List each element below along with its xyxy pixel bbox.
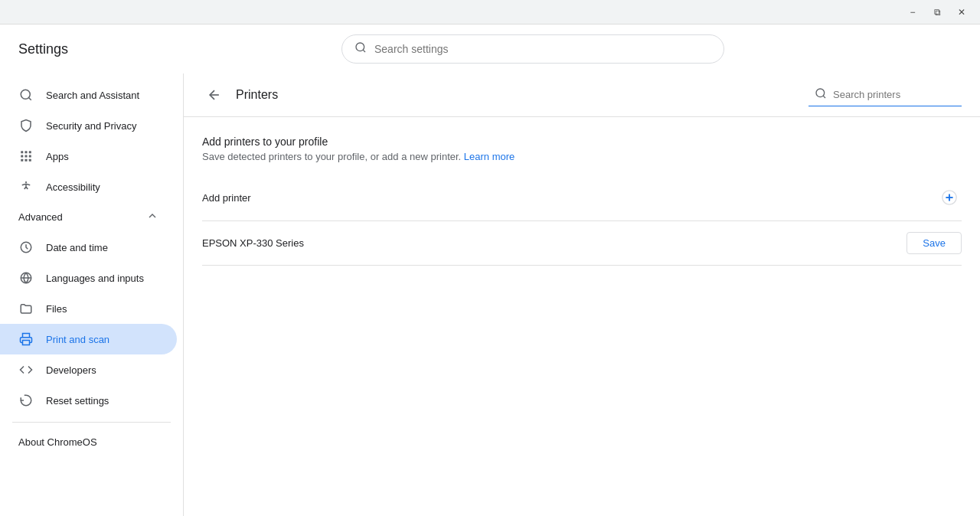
add-printers-section: Add printers to your profile Save detect… xyxy=(184,117,980,175)
sidebar-label-accessibility: Accessibility xyxy=(46,181,100,193)
sidebar-divider xyxy=(12,422,171,423)
printers-title: Printers xyxy=(236,88,278,102)
printers-search-icon xyxy=(815,87,827,103)
printer-row-0: EPSON XP-330 Series Save xyxy=(202,221,962,266)
advanced-section-header[interactable]: Advanced xyxy=(0,202,177,232)
sidebar-label-developers: Developers xyxy=(46,364,96,376)
svg-rect-10 xyxy=(21,159,23,162)
minimize-button[interactable]: − xyxy=(900,0,925,24)
sidebar-label-apps: Apps xyxy=(46,151,69,162)
code-icon xyxy=(18,362,34,377)
chevron-up-icon xyxy=(146,210,158,224)
svg-line-1 xyxy=(363,50,365,52)
globe-icon xyxy=(18,270,34,286)
printer-icon xyxy=(18,331,34,347)
svg-point-19 xyxy=(816,89,825,97)
svg-rect-17 xyxy=(23,341,30,345)
sidebar-item-languages[interactable]: Languages and inputs xyxy=(0,263,177,293)
add-printers-subtitle: Save detected printers to your profile, … xyxy=(202,151,962,162)
sidebar-label-languages: Languages and inputs xyxy=(46,273,144,284)
security-icon xyxy=(18,118,34,133)
svg-rect-4 xyxy=(21,151,23,153)
sidebar-item-reset[interactable]: Reset settings xyxy=(0,385,177,416)
sidebar-item-files[interactable]: Files xyxy=(0,293,177,324)
apps-icon xyxy=(18,149,34,164)
svg-rect-12 xyxy=(29,159,31,162)
printers-header: Printers xyxy=(184,73,980,117)
add-printer-label: Add printer xyxy=(202,192,251,204)
sidebar: Search and Assistant Security and Privac… xyxy=(0,73,184,516)
settings-search-bar[interactable] xyxy=(341,34,724,64)
sidebar-item-accessibility[interactable]: Accessibility xyxy=(0,171,177,202)
svg-line-20 xyxy=(823,96,825,98)
advanced-label: Advanced xyxy=(18,211,63,223)
svg-rect-7 xyxy=(21,155,23,158)
clock-icon xyxy=(18,240,34,255)
app-container: Settings Search and Assistant xyxy=(0,24,980,516)
svg-rect-8 xyxy=(25,155,28,158)
sidebar-label-date-time: Date and time xyxy=(46,242,108,253)
add-printer-row: Add printer xyxy=(202,175,962,221)
main-content: Printers Add printers to your profile Sa… xyxy=(184,73,980,516)
svg-rect-9 xyxy=(29,155,31,158)
svg-point-2 xyxy=(21,90,30,99)
sidebar-item-security[interactable]: Security and Privacy xyxy=(0,110,177,141)
printers-search-bar[interactable] xyxy=(808,84,962,106)
titlebar: − ⧉ ✕ xyxy=(0,0,980,24)
reset-icon xyxy=(18,393,34,408)
sidebar-item-print-scan[interactable]: Print and scan xyxy=(0,324,177,354)
add-printer-button[interactable] xyxy=(937,185,962,210)
search-input[interactable] xyxy=(374,43,711,55)
save-printer-button-0[interactable]: Save xyxy=(906,232,962,254)
svg-line-3 xyxy=(28,97,31,100)
printer-list: Add printer EPSON XP-330 Series Save xyxy=(184,175,980,266)
sidebar-label-search-assistant: Search and Assistant xyxy=(46,90,139,101)
close-button[interactable]: ✕ xyxy=(949,0,974,24)
folder-icon xyxy=(18,301,34,316)
svg-rect-6 xyxy=(29,151,31,153)
header: Settings xyxy=(0,24,980,73)
accessibility-icon xyxy=(18,179,34,194)
sidebar-label-security: Security and Privacy xyxy=(46,120,137,132)
svg-point-0 xyxy=(356,43,364,51)
sidebar-label-print-scan: Print and scan xyxy=(46,334,109,345)
printers-search-input[interactable] xyxy=(833,89,956,100)
svg-rect-5 xyxy=(25,151,28,153)
sidebar-item-date-time[interactable]: Date and time xyxy=(0,232,177,263)
sidebar-label-files: Files xyxy=(46,303,67,315)
sidebar-label-reset: Reset settings xyxy=(46,395,109,407)
search-icon xyxy=(354,41,367,57)
learn-more-link[interactable]: Learn more xyxy=(464,151,514,162)
add-printers-title: Add printers to your profile xyxy=(202,136,962,148)
svg-rect-11 xyxy=(25,159,28,162)
page-title: Settings xyxy=(18,41,80,57)
svg-point-13 xyxy=(25,181,27,183)
sidebar-about[interactable]: About ChromeOS xyxy=(0,429,183,456)
printers-header-left: Printers xyxy=(202,83,278,107)
printer-name-0: EPSON XP-330 Series xyxy=(202,237,304,249)
body: Search and Assistant Security and Privac… xyxy=(0,73,980,516)
sidebar-item-developers[interactable]: Developers xyxy=(0,354,177,385)
sidebar-item-apps[interactable]: Apps xyxy=(0,141,177,171)
sidebar-item-search-assistant[interactable]: Search and Assistant xyxy=(0,80,177,110)
search-assistant-icon xyxy=(18,87,34,103)
back-button[interactable] xyxy=(202,83,227,107)
maximize-button[interactable]: ⧉ xyxy=(925,0,949,24)
